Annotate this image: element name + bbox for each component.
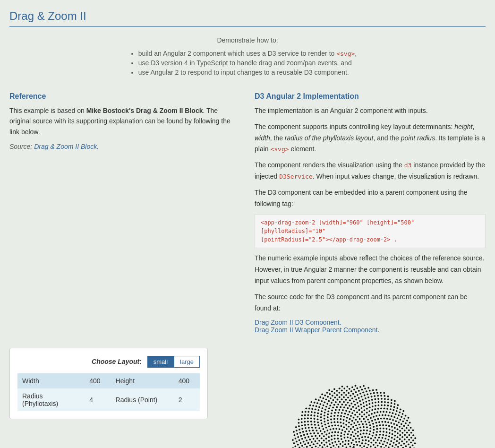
svg-point-586: [374, 408, 376, 410]
svg-point-727: [335, 401, 337, 403]
svg-point-5: [356, 444, 358, 446]
svg-point-107: [366, 433, 367, 435]
svg-point-62: [347, 433, 349, 435]
code-tag-block: <app-drag-zoom-2 [width]="960" [height]=…: [255, 214, 486, 248]
svg-point-643: [317, 419, 319, 421]
svg-point-41: [347, 437, 349, 439]
svg-point-478: [318, 428, 320, 430]
wrapper-component-link[interactable]: Drag Zoom II Wrapper Parent Component.: [255, 326, 379, 334]
svg-point-68: [367, 444, 369, 446]
svg-point-520: [324, 418, 325, 420]
svg-point-1088: [301, 418, 303, 420]
svg-point-1143: [301, 415, 303, 417]
svg-point-122: [337, 435, 339, 437]
svg-point-248: [349, 418, 351, 420]
svg-point-1164: [305, 408, 307, 410]
svg-point-936: [299, 439, 300, 441]
d3-impl-para-2: The component supports inputs controllin…: [255, 121, 486, 155]
svg-point-1010: [366, 391, 367, 393]
svg-point-413: [353, 410, 355, 412]
svg-point-497: [374, 412, 376, 414]
svg-point-439: [338, 412, 340, 414]
svg-point-1018: [384, 398, 386, 400]
svg-point-403: [386, 431, 388, 433]
svg-point-164: [339, 428, 341, 430]
svg-point-1125: [339, 388, 341, 390]
svg-point-874: [381, 401, 383, 403]
svg-point-342: [331, 422, 333, 424]
svg-point-135: [334, 438, 336, 440]
svg-point-222: [360, 421, 362, 422]
svg-point-567: [315, 427, 316, 429]
svg-point-866: [364, 395, 366, 396]
svg-point-204: [376, 434, 377, 436]
svg-point-329: [337, 418, 339, 420]
large-button[interactable]: large: [174, 356, 200, 368]
svg-point-992: [401, 416, 402, 418]
svg-point-827: [392, 413, 393, 414]
svg-point-10: [355, 441, 357, 443]
svg-point-1165: [414, 443, 416, 445]
two-column-layout: Reference This example is based on Mike …: [9, 92, 486, 334]
svg-point-13: [359, 445, 361, 447]
svg-point-227: [346, 420, 348, 422]
svg-point-876: [310, 414, 312, 416]
svg-point-782: [337, 399, 339, 401]
svg-point-798: [371, 399, 373, 401]
svg-point-788: [403, 443, 405, 445]
svg-point-117: [346, 428, 348, 430]
svg-point-895: [387, 405, 389, 407]
svg-point-884: [324, 402, 325, 404]
svg-point-33: [345, 440, 347, 442]
svg-point-1154: [367, 387, 369, 389]
svg-point-1180: [341, 386, 343, 388]
svg-point-1041: [312, 405, 314, 407]
svg-point-1123: [410, 427, 412, 429]
svg-point-1036: [341, 390, 343, 392]
svg-point-261: [343, 419, 345, 421]
svg-point-657: [397, 432, 399, 434]
svg-point-246: [380, 440, 382, 442]
source-label: Source:: [9, 143, 32, 150]
svg-point-698: [317, 415, 319, 417]
svg-point-1046: [296, 433, 298, 435]
svg-point-651: [328, 408, 330, 410]
svg-code-2: <svg>: [270, 146, 289, 153]
svg-point-196: [369, 428, 371, 430]
svg-point-133: [359, 427, 361, 429]
svg-point-376: [327, 422, 329, 424]
svg-point-780: [399, 426, 401, 428]
svg-point-1055: [410, 437, 412, 439]
intro-item-3: use Angular 2 to respond to input change…: [138, 69, 357, 76]
svg-point-434: [358, 409, 360, 411]
svg-point-842: [314, 412, 316, 414]
svg-point-834: [305, 427, 307, 429]
svg-point-217: [373, 429, 375, 431]
d3-component-link[interactable]: Drag Zoom II D3 Component.: [255, 319, 341, 326]
svg-point-78: [357, 431, 359, 433]
svg-point-1065: [369, 390, 371, 392]
page-title: Drag & Zoom II: [9, 9, 486, 27]
svg-point-719: [321, 411, 323, 413]
svg-point-264: [368, 422, 370, 423]
svg-point-290: [357, 416, 358, 418]
svg-point-193: [348, 422, 350, 424]
svg-point-101: [337, 438, 339, 439]
svg-point-955: [362, 392, 364, 394]
phyllo-radius-value: 4: [85, 388, 111, 411]
small-button[interactable]: small: [147, 356, 174, 368]
svg-point-149: [372, 435, 374, 437]
phyllotaxis-svg[interactable]: [264, 357, 444, 448]
svg-point-1080: [295, 438, 297, 439]
svg-point-614: [309, 439, 311, 440]
svg-point-1135: [294, 434, 296, 436]
svg-point-402: [319, 435, 321, 437]
svg-point-1021: [410, 442, 412, 444]
svg-point-382: [383, 428, 384, 430]
svg-point-96: [344, 431, 346, 433]
source-link[interactable]: Drag & Zoom II Block.: [34, 143, 99, 150]
svg-point-418: [333, 415, 335, 417]
svg-point-1169: [292, 439, 294, 441]
svg-point-52: [361, 437, 363, 439]
svg-point-897: [315, 409, 316, 411]
